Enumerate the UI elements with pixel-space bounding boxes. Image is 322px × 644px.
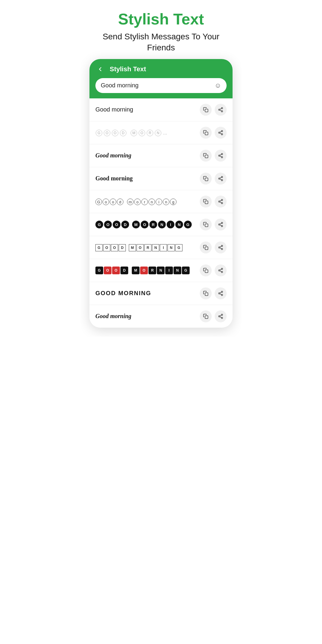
- svg-rect-42: [205, 270, 208, 273]
- result-item: GOOD MORNING: [89, 259, 233, 282]
- action-buttons: [200, 173, 227, 185]
- share-button[interactable]: [215, 264, 227, 276]
- share-button[interactable]: [215, 127, 227, 139]
- result-item: Good morning: [89, 144, 233, 167]
- svg-rect-0: [205, 109, 208, 112]
- action-buttons: [200, 242, 227, 253]
- svg-line-17: [220, 154, 221, 155]
- emoji-button[interactable]: ☺: [215, 82, 221, 89]
- result-item: GOOD MORNING: [89, 236, 233, 259]
- svg-line-41: [220, 246, 221, 247]
- result-text-filled-circles: GOOD MORNING: [95, 221, 200, 229]
- svg-line-11: [220, 131, 221, 132]
- share-button[interactable]: [215, 104, 227, 116]
- search-bar: ☺: [95, 78, 227, 93]
- action-buttons: [200, 310, 227, 322]
- share-button[interactable]: [215, 242, 227, 253]
- svg-line-34: [220, 225, 221, 226]
- svg-line-28: [220, 202, 221, 203]
- svg-line-47: [220, 269, 221, 270]
- svg-rect-12: [205, 155, 208, 158]
- page-subtitle: Send Stylish Messages To Your Friends: [92, 31, 230, 53]
- svg-rect-36: [205, 247, 208, 250]
- result-text-spaced: GOOD MORN ...: [95, 129, 200, 136]
- copy-button[interactable]: [200, 196, 212, 208]
- svg-line-52: [220, 294, 221, 295]
- result-text-bold-italic: Good morning: [95, 152, 200, 159]
- svg-rect-54: [205, 316, 208, 319]
- search-input[interactable]: [101, 82, 212, 89]
- result-text-serif: Good morning: [95, 175, 200, 182]
- result-text-normal: Good morning: [95, 106, 200, 113]
- action-buttons: [200, 150, 227, 162]
- svg-line-4: [220, 110, 221, 111]
- copy-button[interactable]: [200, 127, 212, 139]
- action-buttons: [200, 104, 227, 116]
- svg-line-58: [220, 317, 221, 318]
- result-text-smallcaps: GOOD MORNING: [95, 290, 200, 297]
- result-item: Good morning: [89, 190, 233, 213]
- svg-line-29: [220, 200, 221, 201]
- result-text-circled: Good morning: [95, 198, 200, 205]
- page-header: Stylish Text Send Stylish Messages To Yo…: [80, 0, 242, 59]
- svg-line-46: [220, 271, 221, 272]
- app-bar-title: Stylish Text: [110, 65, 146, 73]
- share-button[interactable]: [215, 219, 227, 230]
- copy-button[interactable]: [200, 310, 212, 322]
- share-button[interactable]: [215, 310, 227, 322]
- result-item: GOOD MORN ...: [89, 121, 233, 144]
- share-button[interactable]: [215, 150, 227, 162]
- svg-line-5: [220, 109, 221, 109]
- copy-button[interactable]: [200, 287, 212, 299]
- svg-rect-24: [205, 201, 208, 204]
- svg-line-16: [220, 156, 221, 157]
- result-item: Good morning: [89, 167, 233, 190]
- result-item: Good morning: [89, 305, 233, 328]
- page-title: Stylish Text: [92, 11, 230, 28]
- result-item: GOOD MORNING: [89, 213, 233, 236]
- action-buttons: [200, 287, 227, 299]
- app-header: Stylish Text ☺: [89, 59, 233, 98]
- share-button[interactable]: [215, 173, 227, 185]
- svg-line-23: [220, 177, 221, 178]
- share-button[interactable]: [215, 196, 227, 208]
- svg-line-59: [220, 315, 221, 316]
- result-text-gothic: Good morning: [95, 313, 200, 320]
- svg-rect-30: [205, 224, 208, 227]
- copy-button[interactable]: [200, 264, 212, 276]
- copy-button[interactable]: [200, 242, 212, 253]
- copy-button[interactable]: [200, 150, 212, 162]
- result-item: Good morning: [89, 98, 233, 121]
- svg-line-10: [220, 133, 221, 134]
- copy-button[interactable]: [200, 173, 212, 185]
- action-buttons: [200, 196, 227, 208]
- svg-line-22: [220, 179, 221, 180]
- svg-line-35: [220, 223, 221, 224]
- result-item: GOOD MORNING: [89, 282, 233, 305]
- svg-line-40: [220, 248, 221, 249]
- share-button[interactable]: [215, 287, 227, 299]
- action-buttons: [200, 264, 227, 276]
- result-text-mixed: GOOD MORNING: [95, 266, 200, 274]
- action-buttons: [200, 127, 227, 139]
- app-toolbar: Stylish Text: [95, 64, 227, 74]
- results-list: Good morning: [89, 98, 233, 328]
- copy-button[interactable]: [200, 219, 212, 230]
- copy-button[interactable]: [200, 104, 212, 116]
- action-buttons: [200, 219, 227, 230]
- svg-line-53: [220, 292, 221, 293]
- back-button[interactable]: [95, 64, 105, 74]
- svg-rect-6: [205, 132, 208, 135]
- svg-rect-18: [205, 178, 208, 181]
- phone-mockup: Stylish Text ☺ Good morning: [89, 59, 233, 328]
- result-text-squares: GOOD MORNING: [95, 244, 200, 251]
- svg-rect-48: [205, 293, 208, 296]
